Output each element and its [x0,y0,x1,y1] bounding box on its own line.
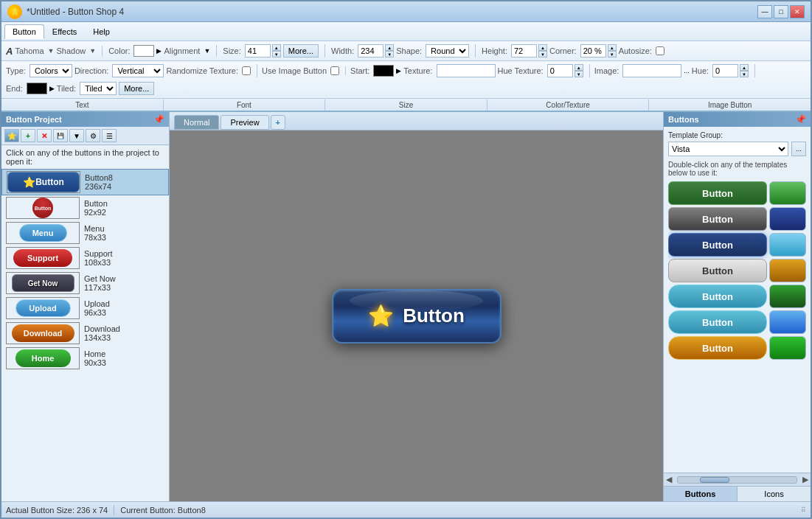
menu-tab-help[interactable]: Help [85,24,118,39]
toolbar-sections: Text Font Size Color/Texture Image Butto… [1,99,811,112]
template-side-4[interactable] [769,259,806,282]
height-input[interactable] [511,44,537,58]
hue-texture-input[interactable] [547,64,573,77]
resize-handle-icon[interactable]: ⠿ [801,506,806,514]
template-button-4[interactable]: Button [668,259,767,282]
hue-input[interactable] [712,64,738,77]
template-button-3[interactable]: Button [668,233,767,257]
direction-select[interactable]: Vertical [112,64,164,77]
sidebar-item-info-5: Get Now 117x33 [84,274,116,292]
template-side-3[interactable] [769,233,806,257]
template-group-select[interactable]: Vista [668,142,788,156]
new-button-btn[interactable]: ⭐ [4,129,19,142]
sidebar-item[interactable]: Get Now Get Now 117x33 [1,271,169,296]
font-size-spinner[interactable]: ▲ ▼ [272,44,281,58]
scroll-thumb[interactable] [700,477,729,483]
end-color-icon[interactable]: ▶ [49,85,55,92]
sidebar-item[interactable]: Download Download 134x33 [1,321,169,346]
menu-tab-effects[interactable]: Effects [44,24,85,39]
sidebar-pin-icon[interactable]: 📌 [153,114,164,125]
template-button-7[interactable]: Button [668,336,767,360]
image-browse-icon[interactable]: ... [684,67,690,74]
settings-btn[interactable]: ⚙ [86,129,100,142]
scroll-left-btn[interactable]: ◀ [664,475,674,484]
corner-down[interactable]: ▼ [608,51,617,58]
sidebar-item[interactable]: Support Support 108x33 [1,245,169,271]
hue-texture-up[interactable]: ▲ [575,64,583,71]
list-btn[interactable]: ☰ [102,129,117,142]
sidebar-item[interactable]: Home Home 90x33 [1,346,169,371]
more-button2[interactable]: More... [119,82,154,95]
texture-input[interactable] [437,64,496,77]
template-side-6[interactable] [769,310,806,334]
width-spinner[interactable]: ▲ ▼ [385,44,394,58]
image-label: Image: [594,66,620,75]
hue-spinner[interactable]: ▲ ▼ [740,64,749,77]
shadow-dropdown-icon[interactable]: ▼ [89,47,96,55]
tiled-select[interactable]: Tiled [80,82,117,95]
autosize-checkbox[interactable] [656,46,664,55]
font-size-down[interactable]: ▼ [272,51,281,58]
scroll-right-btn[interactable]: ▶ [800,475,811,484]
randomize-checkbox[interactable] [242,66,251,75]
add-item-btn[interactable]: + [21,129,35,142]
height-spinner[interactable]: ▲ ▼ [538,44,547,58]
use-image-checkbox[interactable] [330,66,339,75]
hue-texture-down[interactable]: ▼ [575,71,583,77]
sidebar-item-name-8: Home [84,349,106,358]
canvas-tab-preview[interactable]: Preview [221,115,268,130]
start-color-swatch[interactable] [373,65,394,77]
font-size-input[interactable] [245,44,271,58]
template-button-1[interactable]: Button [668,181,767,205]
font-size-up[interactable]: ▲ [272,44,281,51]
height-down[interactable]: ▼ [538,51,547,58]
corner-input[interactable] [580,44,606,58]
template-button-6[interactable]: Button [668,310,767,334]
right-panel-pin-icon[interactable]: 📌 [795,114,806,125]
hue-down[interactable]: ▼ [740,71,749,77]
more-button[interactable]: More... [283,44,319,58]
color-swatch[interactable] [133,45,154,57]
template-button-2[interactable]: Button [668,207,767,231]
sidebar-item[interactable]: ⭐ Button Button8 236x74 [1,169,169,195]
height-up[interactable]: ▲ [538,44,547,51]
shape-select[interactable]: Round [426,44,469,58]
start-color-icon[interactable]: ▶ [396,67,401,74]
sidebar-item[interactable]: Menu Menu 78x33 [1,220,169,245]
canvas-tab-normal[interactable]: Normal [174,115,219,130]
close-button[interactable]: ✕ [790,5,805,18]
color-more-icon[interactable]: ▶ [156,47,162,55]
template-side-7[interactable] [769,336,806,360]
width-down[interactable]: ▼ [385,51,394,58]
hue-up[interactable]: ▲ [740,64,749,71]
save-btn[interactable]: 💾 [53,129,68,142]
minimize-button[interactable]: — [757,5,772,18]
corner-spinner[interactable]: ▲ ▼ [608,44,617,58]
type-label: Type: [6,66,26,75]
main-button-preview[interactable]: ⭐ Button [332,289,502,344]
end-color-swatch[interactable] [27,83,47,94]
remove-item-btn[interactable]: ✕ [37,129,52,142]
right-panel-tab-icons[interactable]: Icons [738,487,811,501]
save-dropdown-btn[interactable]: ▼ [69,129,84,142]
menu-tab-button[interactable]: Button [4,24,44,39]
template-side-5[interactable] [769,285,806,308]
alignment-dropdown-icon[interactable]: ▼ [204,47,210,55]
hue-texture-spinner[interactable]: ▲ ▼ [575,64,583,77]
type-select[interactable]: Colors [30,64,72,77]
sidebar-item[interactable]: Upload Upload 96x33 [1,296,169,321]
template-side-1[interactable] [769,181,806,205]
right-panel-tab-buttons[interactable]: Buttons [664,487,738,501]
sidebar-item[interactable]: Button Button 92x92 [1,195,169,220]
image-input[interactable] [622,64,681,77]
template-menu-btn[interactable]: ... [791,142,806,156]
maximize-button[interactable]: □ [774,5,788,18]
corner-up[interactable]: ▲ [608,44,617,51]
width-input[interactable] [358,44,384,58]
sidebar-list: ⭐ Button Button8 236x74 Button [1,169,169,501]
font-dropdown-icon[interactable]: ▼ [48,47,55,55]
canvas-tab-add[interactable]: + [271,115,285,130]
width-up[interactable]: ▲ [385,44,394,51]
template-side-2[interactable] [769,207,806,231]
template-button-5[interactable]: Button [668,285,767,308]
